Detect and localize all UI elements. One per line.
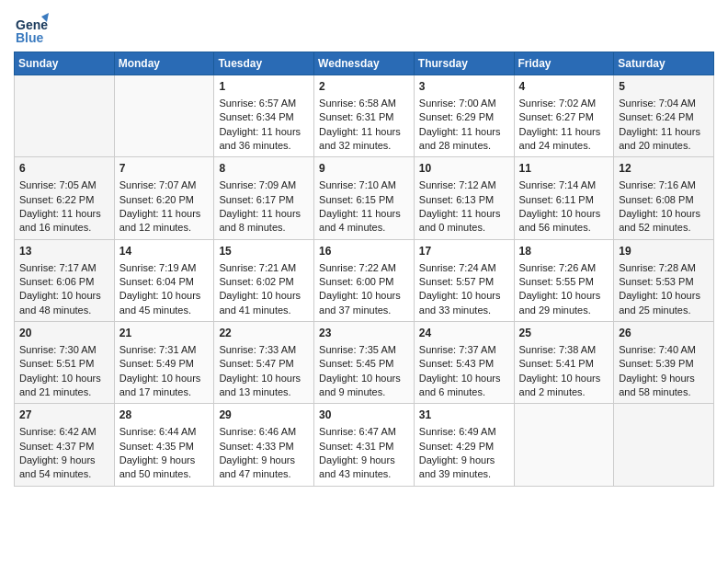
- calendar-cell: 22Sunrise: 7:33 AMSunset: 5:47 PMDayligh…: [214, 322, 314, 404]
- daylight-text: Daylight: 10 hours and 48 minutes.: [19, 289, 109, 317]
- sunset-text: Sunset: 6:17 PM: [219, 193, 309, 207]
- day-number: 24: [419, 326, 509, 341]
- calendar-table: SundayMondayTuesdayWednesdayThursdayFrid…: [14, 52, 714, 487]
- sunset-text: Sunset: 6:27 PM: [519, 110, 609, 124]
- calendar-cell: 27Sunrise: 6:42 AMSunset: 4:37 PMDayligh…: [15, 404, 115, 486]
- sunset-text: Sunset: 5:53 PM: [619, 275, 709, 289]
- calendar-cell: 26Sunrise: 7:40 AMSunset: 5:39 PMDayligh…: [614, 322, 714, 404]
- page-header: General Blue: [14, 9, 714, 44]
- sunrise-text: Sunrise: 7:30 AM: [19, 343, 109, 357]
- sunrise-text: Sunrise: 7:35 AM: [319, 343, 409, 357]
- daylight-text: Daylight: 11 hours and 0 minutes.: [419, 207, 509, 236]
- calendar-cell: 18Sunrise: 7:26 AMSunset: 5:55 PMDayligh…: [514, 239, 614, 321]
- sunset-text: Sunset: 6:04 PM: [119, 275, 210, 289]
- calendar-cell: 21Sunrise: 7:31 AMSunset: 5:49 PMDayligh…: [114, 322, 214, 404]
- daylight-text: Daylight: 10 hours and 33 minutes.: [419, 289, 509, 317]
- daylight-text: Daylight: 10 hours and 2 minutes.: [519, 372, 609, 400]
- daylight-text: Daylight: 10 hours and 41 minutes.: [219, 289, 309, 317]
- calendar-cell: [614, 404, 714, 486]
- daylight-text: Daylight: 10 hours and 25 minutes.: [619, 289, 709, 317]
- sunset-text: Sunset: 4:31 PM: [319, 440, 409, 454]
- day-number: 23: [319, 326, 409, 341]
- weekday-header-saturday: Saturday: [614, 52, 714, 75]
- day-number: 6: [19, 161, 109, 177]
- calendar-cell: 5Sunrise: 7:04 AMSunset: 6:24 PMDaylight…: [614, 75, 714, 157]
- day-number: 11: [519, 161, 609, 177]
- calendar-cell: 29Sunrise: 6:46 AMSunset: 4:33 PMDayligh…: [214, 404, 314, 486]
- daylight-text: Daylight: 10 hours and 45 minutes.: [119, 289, 210, 317]
- calendar-cell: [114, 75, 214, 157]
- sunrise-text: Sunrise: 7:02 AM: [519, 97, 609, 110]
- weekday-header-wednesday: Wednesday: [314, 52, 415, 75]
- calendar-week-row: 1Sunrise: 6:57 AMSunset: 6:34 PMDaylight…: [15, 75, 714, 157]
- day-number: 2: [319, 79, 409, 95]
- weekday-header-sunday: Sunday: [15, 52, 115, 75]
- calendar-cell: 30Sunrise: 6:47 AMSunset: 4:31 PMDayligh…: [314, 404, 415, 486]
- logo: General Blue: [14, 9, 52, 44]
- day-number: 29: [219, 408, 309, 423]
- daylight-text: Daylight: 9 hours and 54 minutes.: [19, 454, 109, 482]
- sunrise-text: Sunrise: 7:04 AM: [619, 97, 709, 110]
- sunrise-text: Sunrise: 7:33 AM: [219, 343, 309, 357]
- weekday-header-row: SundayMondayTuesdayWednesdayThursdayFrid…: [15, 52, 714, 75]
- sunset-text: Sunset: 5:49 PM: [119, 357, 210, 371]
- daylight-text: Daylight: 11 hours and 12 minutes.: [119, 207, 210, 236]
- weekday-header-monday: Monday: [114, 52, 214, 75]
- day-number: 15: [219, 244, 309, 259]
- sunset-text: Sunset: 5:43 PM: [419, 357, 509, 371]
- calendar-cell: 19Sunrise: 7:28 AMSunset: 5:53 PMDayligh…: [614, 239, 714, 321]
- sunset-text: Sunset: 6:22 PM: [19, 193, 109, 207]
- sunrise-text: Sunrise: 7:21 AM: [219, 261, 309, 275]
- day-number: 22: [219, 326, 309, 341]
- sunrise-text: Sunrise: 7:00 AM: [419, 97, 509, 110]
- calendar-cell: 11Sunrise: 7:14 AMSunset: 6:11 PMDayligh…: [514, 157, 614, 239]
- daylight-text: Daylight: 11 hours and 28 minutes.: [419, 125, 509, 154]
- calendar-cell: 10Sunrise: 7:12 AMSunset: 6:13 PMDayligh…: [414, 157, 514, 239]
- sunrise-text: Sunrise: 7:10 AM: [319, 178, 409, 192]
- daylight-text: Daylight: 10 hours and 9 minutes.: [319, 372, 409, 400]
- sunset-text: Sunset: 5:45 PM: [319, 357, 409, 371]
- sunset-text: Sunset: 6:15 PM: [319, 193, 409, 207]
- day-number: 28: [119, 408, 210, 423]
- day-number: 19: [619, 244, 709, 259]
- calendar-cell: [514, 404, 614, 486]
- sunrise-text: Sunrise: 6:57 AM: [219, 97, 309, 110]
- calendar-cell: 31Sunrise: 6:49 AMSunset: 4:29 PMDayligh…: [414, 404, 514, 486]
- sunset-text: Sunset: 6:24 PM: [619, 110, 709, 124]
- sunrise-text: Sunrise: 6:49 AM: [419, 425, 509, 439]
- day-number: 17: [419, 244, 509, 259]
- calendar-cell: [15, 75, 115, 157]
- sunrise-text: Sunrise: 7:28 AM: [619, 261, 709, 275]
- sunset-text: Sunset: 6:13 PM: [419, 193, 509, 207]
- sunrise-text: Sunrise: 7:09 AM: [219, 178, 309, 192]
- calendar-cell: 7Sunrise: 7:07 AMSunset: 6:20 PMDaylight…: [114, 157, 214, 239]
- daylight-text: Daylight: 11 hours and 16 minutes.: [19, 207, 109, 236]
- day-number: 10: [419, 161, 509, 177]
- weekday-header-thursday: Thursday: [414, 52, 514, 75]
- calendar-cell: 17Sunrise: 7:24 AMSunset: 5:57 PMDayligh…: [414, 239, 514, 321]
- calendar-cell: 15Sunrise: 7:21 AMSunset: 6:02 PMDayligh…: [214, 239, 314, 321]
- sunset-text: Sunset: 5:57 PM: [419, 275, 509, 289]
- sunrise-text: Sunrise: 6:44 AM: [119, 425, 210, 439]
- calendar-cell: 12Sunrise: 7:16 AMSunset: 6:08 PMDayligh…: [614, 157, 714, 239]
- day-number: 4: [519, 79, 609, 95]
- daylight-text: Daylight: 10 hours and 52 minutes.: [619, 207, 709, 236]
- day-number: 30: [319, 408, 409, 423]
- daylight-text: Daylight: 9 hours and 47 minutes.: [219, 454, 309, 482]
- day-number: 21: [119, 326, 210, 341]
- sunrise-text: Sunrise: 7:38 AM: [519, 343, 609, 357]
- sunrise-text: Sunrise: 7:40 AM: [619, 343, 709, 357]
- sunset-text: Sunset: 4:33 PM: [219, 440, 309, 454]
- calendar-cell: 4Sunrise: 7:02 AMSunset: 6:27 PMDaylight…: [514, 75, 614, 157]
- daylight-text: Daylight: 10 hours and 17 minutes.: [119, 372, 210, 400]
- calendar-cell: 2Sunrise: 6:58 AMSunset: 6:31 PMDaylight…: [314, 75, 415, 157]
- calendar-week-row: 13Sunrise: 7:17 AMSunset: 6:06 PMDayligh…: [15, 239, 714, 321]
- sunset-text: Sunset: 6:29 PM: [419, 110, 509, 124]
- daylight-text: Daylight: 10 hours and 29 minutes.: [519, 289, 609, 317]
- calendar-cell: 20Sunrise: 7:30 AMSunset: 5:51 PMDayligh…: [15, 322, 115, 404]
- sunset-text: Sunset: 4:29 PM: [419, 440, 509, 454]
- sunset-text: Sunset: 6:20 PM: [119, 193, 210, 207]
- daylight-text: Daylight: 11 hours and 36 minutes.: [219, 125, 309, 154]
- calendar-cell: 14Sunrise: 7:19 AMSunset: 6:04 PMDayligh…: [114, 239, 214, 321]
- sunrise-text: Sunrise: 7:12 AM: [419, 178, 509, 192]
